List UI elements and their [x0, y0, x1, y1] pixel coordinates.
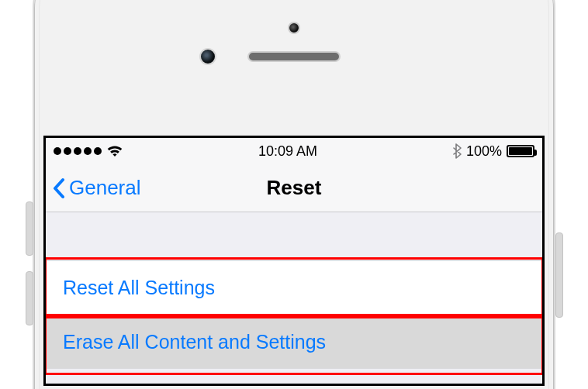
battery-icon [507, 145, 534, 157]
erase-all-content-item[interactable]: Erase All Content and Settings [46, 315, 542, 369]
volume-up-button [26, 201, 33, 256]
list-item-label: Erase All Content and Settings [63, 331, 326, 353]
top-hardware-cluster [33, 22, 555, 65]
power-button [555, 232, 563, 318]
screen: 10:09 AM 100% General Reset Reset All Se… [43, 136, 545, 386]
front-camera [199, 48, 216, 65]
bluetooth-icon [452, 143, 462, 159]
earpiece-speaker [247, 51, 341, 62]
volume-down-button [26, 271, 33, 325]
list-item-label: Reset All Settings [63, 277, 215, 299]
reset-menu-list: Reset All Settings Erase All Content and… [46, 260, 542, 369]
chevron-left-icon [52, 177, 67, 199]
cell-signal-icon [54, 147, 102, 155]
back-button[interactable]: General [46, 176, 141, 200]
section-gap [46, 212, 542, 260]
wifi-icon [106, 145, 123, 157]
reset-all-settings-item[interactable]: Reset All Settings [46, 260, 542, 315]
battery-percent-text: 100% [466, 143, 502, 160]
back-button-label: General [69, 176, 141, 200]
status-bar-time: 10:09 AM [258, 143, 317, 160]
proximity-sensor [288, 22, 300, 34]
status-bar: 10:09 AM 100% [46, 138, 542, 164]
nav-bar: General Reset [46, 164, 542, 212]
